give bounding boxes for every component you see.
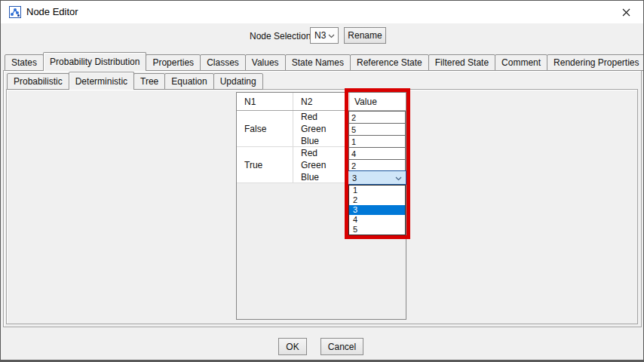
- n2-cell: Green: [293, 159, 350, 171]
- tab-updating[interactable]: Updating: [213, 73, 263, 90]
- tab-equation[interactable]: Equation: [164, 73, 213, 90]
- value-input[interactable]: [348, 111, 406, 124]
- column-header-value: Value: [350, 93, 406, 110]
- dropdown-option[interactable]: 4: [349, 215, 405, 225]
- value-input[interactable]: [348, 123, 406, 136]
- window-title: Node Editor: [26, 1, 78, 23]
- inner-tab-strip: ProbabilisticDeterministicTreeEquationUp…: [7, 72, 262, 90]
- tab-properties[interactable]: Properties: [146, 54, 201, 71]
- node-graph-icon: [9, 6, 21, 18]
- n2-cell: Green: [293, 123, 350, 135]
- chevron-down-icon: [395, 176, 402, 181]
- tab-state-names[interactable]: State Names: [285, 54, 351, 71]
- tab-rendering-properties[interactable]: Rendering Properties: [547, 54, 644, 71]
- n1-cell: False: [237, 111, 293, 147]
- tab-comment[interactable]: Comment: [495, 54, 547, 71]
- title-bar: Node Editor: [1, 1, 643, 23]
- dropdown-option[interactable]: 5: [349, 225, 405, 235]
- chevron-down-icon: [328, 34, 335, 38]
- n2-cell: Red: [293, 147, 350, 159]
- dropdown-option[interactable]: 1: [349, 186, 405, 195]
- value-input[interactable]: [348, 147, 406, 160]
- close-x-icon: [622, 8, 630, 17]
- node-selection-value: N3: [314, 30, 326, 41]
- n2-cell: Blue: [293, 135, 350, 147]
- tab-probabilistic[interactable]: Probabilistic: [7, 73, 69, 90]
- node-selection-label: Node Selection:: [250, 28, 314, 44]
- node-selection-dropdown[interactable]: N3: [310, 27, 339, 44]
- tab-classes[interactable]: Classes: [200, 54, 246, 71]
- column-header-n1: N1: [237, 93, 293, 110]
- tab-values[interactable]: Values: [245, 54, 286, 71]
- tab-reference-state[interactable]: Reference State: [350, 54, 429, 71]
- n2-cell: Blue: [293, 171, 350, 183]
- tab-filtered-state[interactable]: Filtered State: [428, 54, 495, 71]
- value-combobox[interactable]: 3: [348, 170, 406, 185]
- value-combobox-value: 3: [352, 173, 357, 183]
- dropdown-option[interactable]: 3: [349, 205, 405, 215]
- column-header-n2: N2: [293, 93, 350, 110]
- n2-cell: Red: [293, 111, 350, 123]
- tab-tree[interactable]: Tree: [133, 73, 165, 90]
- dropdown-option[interactable]: 2: [349, 195, 405, 205]
- cancel-button[interactable]: Cancel: [320, 338, 363, 355]
- table-header-row: N1 N2 Value: [237, 93, 406, 111]
- outer-tab-strip: StatesProbability DistributionProperties…: [5, 52, 644, 71]
- n1-cell: True: [237, 147, 293, 183]
- value-dropdown-list: 12345: [348, 185, 406, 235]
- close-button[interactable]: [609, 1, 643, 23]
- tab-deterministic[interactable]: Deterministic: [69, 72, 134, 90]
- value-input[interactable]: [348, 135, 406, 148]
- tab-states[interactable]: States: [5, 54, 44, 71]
- ok-button[interactable]: OK: [278, 338, 307, 355]
- rename-button[interactable]: Rename: [344, 27, 386, 44]
- tab-probability-distribution[interactable]: Probability Distribution: [43, 52, 146, 71]
- node-editor-dialog: Node Editor Node Selection: N3 Rename St…: [0, 0, 644, 362]
